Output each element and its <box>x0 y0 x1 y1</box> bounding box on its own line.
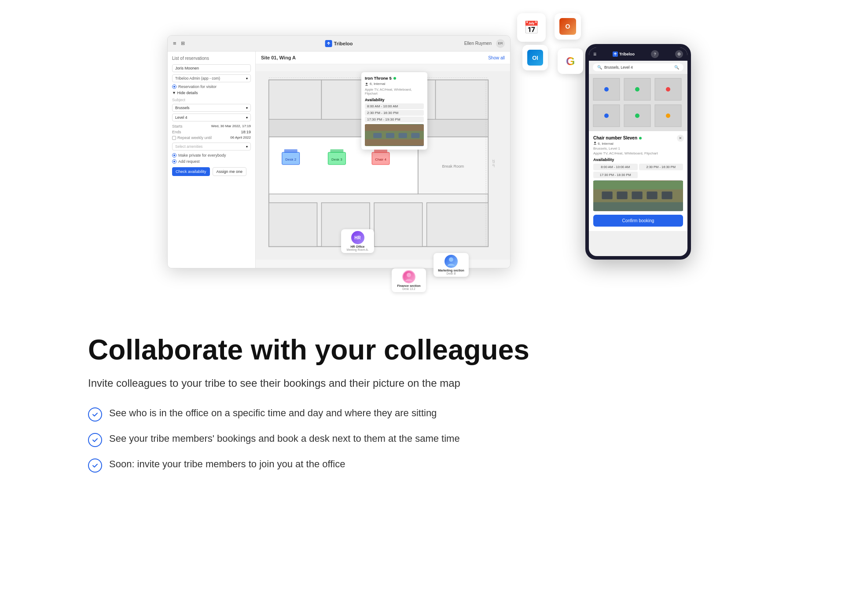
feature-item-1: See who is in the office on a specific t… <box>88 407 757 422</box>
outlook-icon: Ol <box>522 45 548 70</box>
svg-rect-19 <box>284 149 298 153</box>
visitor-checkbox-row: Reservation for visitor <box>172 84 251 89</box>
svg-point-53 <box>594 142 596 143</box>
mobile-logo-text: Tribeloo <box>619 52 635 56</box>
check-availability-button[interactable]: Check availability <box>172 167 210 176</box>
location-select[interactable]: Brussels ▾ <box>172 104 251 112</box>
private-label: Make private for everybody <box>178 153 226 158</box>
mobile-available-dot <box>639 137 642 139</box>
mobile-time-slot-2[interactable]: 2:30 PM - 16:30 PM <box>639 164 683 170</box>
svg-rect-57 <box>617 191 627 199</box>
mobile-app-header: ≡ Tribeloo ? ⚙ <box>589 48 687 61</box>
mobile-time-slot-1[interactable]: 8:00 AM - 10:00 AM <box>593 164 638 170</box>
floor-popup: Iron Throne 5 6, Internal Apple TV, AC/H… <box>361 72 427 150</box>
svg-point-2 <box>173 161 175 162</box>
colleague-avatar-finance <box>402 270 415 283</box>
svg-rect-37 <box>411 133 419 138</box>
assign-me-button[interactable]: Assign me one <box>213 167 247 176</box>
confirm-booking-button[interactable]: Confirm booking <box>593 215 683 227</box>
ends-label: Ends <box>172 130 181 134</box>
mobile-settings-icon[interactable]: ⚙ <box>675 50 683 58</box>
colleague-card-hr: HR HR Office Meeting Room A. <box>341 229 374 253</box>
app-name-label: Tribeloo <box>334 41 353 46</box>
svg-point-0 <box>173 86 175 88</box>
user-avatar[interactable]: ER <box>496 39 505 48</box>
svg-point-38 <box>407 273 411 277</box>
svg-rect-56 <box>602 191 612 199</box>
level-value: Level 4 <box>175 115 187 120</box>
svg-rect-5 <box>269 80 322 120</box>
hide-details-toggle[interactable]: ▼ Hide details <box>172 91 251 95</box>
titlebar-logo: Tribeloo <box>325 40 353 47</box>
colleague-desk-marketing: Desk B <box>436 272 466 275</box>
repeat-checkbox-box[interactable] <box>172 136 176 140</box>
mobile-popup-subtitle: 6, Internal <box>593 141 683 146</box>
amenities-label: Select amenities <box>175 144 202 149</box>
titlebar-user: Ellen Ruymen <box>464 41 492 46</box>
mobile-capacity: 6, Internal <box>598 142 614 146</box>
time-slot-1[interactable]: 8:00 AM - 10:00 AM <box>365 103 424 109</box>
floor-plan-image: corridor Break Room <box>256 64 510 267</box>
svg-rect-17 <box>427 203 489 247</box>
level-arrow: ▾ <box>246 116 248 120</box>
screenshots-section: 📅 O Ol G ≡ ⊞ <box>0 0 845 317</box>
svg-rect-25 <box>374 149 387 153</box>
text-section: Collaborate with your colleagues Invite … <box>0 317 845 508</box>
svg-text:Desk 2: Desk 2 <box>285 158 296 161</box>
level-select[interactable]: Level 4 ▾ <box>172 114 251 121</box>
mobile-close-button[interactable]: ✕ <box>677 135 684 142</box>
mobile-search-magnify: 🔍 <box>674 65 679 70</box>
popup-availability-title: Availability <box>365 98 424 102</box>
admin-select-label: Tribeloo Admin (app - com) <box>175 76 220 81</box>
time-slot-3[interactable]: 17:30 PM - 19:30 PM <box>365 117 424 122</box>
popup-capacity: 6, Internal <box>370 82 386 86</box>
mobile-search-bar[interactable]: 🔍 Brussels, Level 4 🔍 <box>592 63 684 72</box>
floor-plan-title: Site 01, Wing A <box>261 55 296 60</box>
show-all-link[interactable]: Show all <box>488 55 505 60</box>
floor-plan-area: Site 01, Wing A Show all <box>256 51 510 268</box>
mobile-logo-area: Tribeloo <box>613 51 635 57</box>
google-calendar-icon: 📅 <box>517 13 546 42</box>
mobile-hamburger-icon[interactable]: ≡ <box>593 51 596 57</box>
reservations-title: List of reservations <box>172 56 251 61</box>
colleague-avatar-hr: HR <box>351 231 364 244</box>
svg-point-1 <box>173 154 175 156</box>
svg-rect-14 <box>269 203 317 247</box>
popup-subtitle: 6, Internal <box>365 82 424 86</box>
colleague-name-hr: HR Office <box>344 245 371 248</box>
request-checkbox[interactable] <box>172 159 176 164</box>
mobile-map-svg <box>589 74 687 131</box>
user-input[interactable] <box>172 64 251 72</box>
svg-rect-35 <box>386 133 394 138</box>
grid-icon[interactable]: ⊞ <box>181 40 185 46</box>
svg-rect-59 <box>647 191 657 199</box>
svg-rect-58 <box>632 191 642 199</box>
colleague-desk-finance: Desk 13.2 <box>394 287 423 290</box>
mobile-time-slot-3[interactable]: 17:30 PM - 18:30 PM <box>593 172 638 178</box>
svg-text:15'-0": 15'-0" <box>492 159 495 167</box>
visitor-checkbox[interactable] <box>172 84 176 89</box>
mobile-availability-title: Availability <box>593 158 683 162</box>
svg-rect-16 <box>374 203 422 247</box>
action-buttons: Check availability Assign me one <box>172 167 251 176</box>
colleague-avatar-marketing <box>445 255 458 268</box>
svg-rect-60 <box>661 191 672 199</box>
amenities-select[interactable]: Select amenities ▾ <box>172 143 251 150</box>
feature-item-3: Soon: invite your tribe members to join … <box>88 458 757 473</box>
repeat-checkbox[interactable]: Repeat weekly until <box>172 136 212 140</box>
colleague-desk-hr: Meeting Room A. <box>344 248 371 251</box>
mobile-question-icon[interactable]: ? <box>651 50 659 58</box>
check-icon-2 <box>88 433 102 447</box>
mobile-popup-room-title: Chair number Sleven <box>593 136 683 140</box>
svg-rect-8 <box>436 80 489 120</box>
hamburger-icon[interactable]: ≡ <box>173 40 176 47</box>
admin-select[interactable]: Tribeloo Admin (app - com) ▾ <box>172 74 251 82</box>
time-slot-2[interactable]: 2:30 PM - 16:30 PM <box>365 110 424 116</box>
private-checkbox[interactable] <box>172 153 176 158</box>
starts-label: Starts <box>172 124 183 128</box>
mobile-screen: ≡ Tribeloo ? ⚙ 🔍 Brussels, Level 4 🔍 <box>589 48 687 256</box>
private-checkbox-row: Make private for everybody <box>172 153 251 158</box>
feature-text-3: Soon: invite your tribe members to join … <box>109 458 345 471</box>
ends-value: 18:19 <box>241 130 251 134</box>
mobile-logo-icon <box>613 51 618 57</box>
